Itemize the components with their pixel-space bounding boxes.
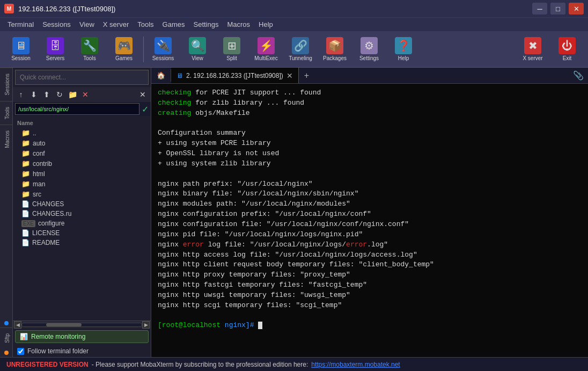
- toolbar-settings-button[interactable]: ⚙ Settings: [352, 34, 386, 65]
- toolbar-xserver-button[interactable]: ✖ X server: [516, 34, 549, 65]
- minimize-button[interactable]: ─: [532, 3, 547, 14]
- tree-item-configure-label: configure: [38, 220, 64, 227]
- vert-tab-macros[interactable]: Macros: [0, 125, 12, 154]
- toolbar-tools-label: Tools: [83, 55, 95, 61]
- horizontal-scrollbar[interactable]: ◀ ▶: [13, 321, 151, 328]
- toolbar-sessions2-button[interactable]: 🔌 Sessions: [146, 34, 180, 65]
- scroll-right-button[interactable]: ▶: [142, 321, 150, 329]
- remote-monitoring-button[interactable]: 📊 Remote monitoring: [15, 330, 149, 343]
- toolbar-multiexec-button[interactable]: ⚡ MultiExec: [249, 34, 283, 65]
- terminal-line: nginx modules path: "/usr/local/nginx/mo…: [158, 199, 582, 209]
- toolbar-packages-button[interactable]: 📦 Packages: [318, 34, 351, 65]
- terminal-line: nginx http fastcgi temporary files: "fas…: [158, 280, 582, 290]
- attach-button[interactable]: 📎: [569, 68, 588, 83]
- file-upload-button[interactable]: ⬆: [41, 89, 53, 100]
- terminal-content[interactable]: checking for PCRE JIT support ... found …: [151, 84, 588, 357]
- path-input[interactable]: [15, 103, 139, 115]
- toolbar-view-button[interactable]: 🔍 View: [181, 34, 214, 65]
- terminal-line: nginx http access log file: "/usr/local/…: [158, 250, 582, 260]
- vertical-tabs: Sessions Tools Macros Sftp: [0, 68, 13, 357]
- menu-tools[interactable]: Tools: [133, 19, 158, 30]
- tab-close-button[interactable]: ✕: [286, 71, 293, 80]
- tree-item-changes[interactable]: 📄 CHANGES: [13, 199, 151, 209]
- toolbar-xserver-label: X server: [523, 55, 542, 61]
- vert-tab-sessions[interactable]: Sessions: [0, 68, 12, 101]
- tree-item-auto[interactable]: 📁 auto: [13, 138, 151, 148]
- toolbar-session-button[interactable]: 🖥 Session: [4, 34, 38, 65]
- maximize-button[interactable]: □: [550, 3, 565, 14]
- tree-item-conf-label: conf: [33, 150, 45, 157]
- scroll-left-button[interactable]: ◀: [14, 321, 21, 329]
- servers-icon: 🗄: [47, 37, 64, 54]
- menu-sessions[interactable]: Sessions: [38, 19, 75, 30]
- menu-games[interactable]: Games: [158, 19, 189, 30]
- toolbar-servers-label: Servers: [46, 55, 64, 61]
- file-icon: 📄: [21, 200, 30, 208]
- add-tab-button[interactable]: +: [299, 69, 314, 83]
- menu-xserver[interactable]: X server: [99, 19, 133, 30]
- menu-macros[interactable]: Macros: [223, 19, 254, 30]
- packages-icon: 📦: [326, 37, 343, 54]
- terminal-cursor: [258, 322, 262, 329]
- toolbar-servers-button[interactable]: 🗄 Servers: [39, 34, 72, 65]
- file-go-up-button[interactable]: ↑: [15, 89, 27, 100]
- mobaxterm-link[interactable]: https://mobaxterm.mobatek.net: [311, 361, 400, 368]
- unregistered-label: UNREGISTERED VERSION: [6, 361, 89, 368]
- prompt-space: [254, 321, 258, 329]
- follow-folder-checkbox[interactable]: [17, 348, 24, 355]
- tree-item-man[interactable]: 📁 man: [13, 179, 151, 189]
- tree-item-html-label: html: [33, 170, 45, 178]
- tree-item-src[interactable]: 📁 src: [13, 189, 151, 199]
- menu-view[interactable]: View: [75, 19, 99, 30]
- file-tree: Name 📁 .. 📁 auto 📁 conf 📁 contrib 📁 html: [13, 116, 151, 321]
- toolbar-help-button[interactable]: ❓ Help: [387, 34, 420, 65]
- tree-item-dotdot[interactable]: 📁 ..: [13, 128, 151, 138]
- file-new-folder-button[interactable]: 📁: [67, 89, 78, 100]
- scroll-track[interactable]: [21, 323, 142, 327]
- menu-terminal[interactable]: Terminal: [3, 19, 38, 30]
- toolbar-settings-label: Settings: [359, 55, 379, 61]
- path-bar: ✓: [13, 102, 151, 116]
- title-bar-controls: ─ □ ✕: [532, 3, 584, 14]
- terminal-line: nginx configuration file: "/usr/local/ng…: [158, 220, 582, 230]
- tree-item-conf[interactable]: 📁 conf: [13, 148, 151, 158]
- sftp-indicator: [4, 321, 9, 325]
- toolbar-tools-button[interactable]: 🔧 Tools: [73, 34, 106, 65]
- view-icon: 🔍: [189, 37, 206, 54]
- menu-settings[interactable]: Settings: [189, 19, 223, 30]
- tree-item-license[interactable]: 📄 LICENSE: [13, 228, 151, 238]
- terminal-line: nginx binary file: "/usr/local/nginx/sbi…: [158, 189, 582, 199]
- terminal-line: + using system PCRE library: [158, 139, 582, 149]
- remote-monitoring-label: Remote monitoring: [31, 333, 85, 340]
- toolbar-tunneling-label: Tunneling: [289, 55, 312, 61]
- menu-help[interactable]: Help: [254, 19, 277, 30]
- follow-folder-label[interactable]: Follow terminal folder: [27, 347, 89, 355]
- toolbar-view-label: View: [192, 55, 203, 61]
- toolbar-split-button[interactable]: ⊞ Split: [215, 34, 248, 65]
- toolbar-exit-button[interactable]: ⏻ Exit: [550, 34, 584, 65]
- terminal-line: checking for zlib library ... found: [158, 98, 582, 108]
- tree-item-html[interactable]: 📁 html: [13, 169, 151, 179]
- file-refresh-button[interactable]: ↻: [54, 89, 65, 100]
- terminal-line: nginx http proxy temporary files: "proxy…: [158, 270, 582, 280]
- session-icon: 🖥: [12, 37, 30, 54]
- file-close-panel-button[interactable]: ✕: [137, 89, 149, 100]
- file-delete-button[interactable]: ✕: [79, 89, 91, 100]
- terminal-area: 🏠 🖥 2. 192.168.126.233 ([JTtest0908]) ✕ …: [151, 68, 588, 357]
- path-ok-icon[interactable]: ✓: [142, 104, 149, 114]
- vert-tab-sftp[interactable]: Sftp: [0, 328, 12, 348]
- home-tab[interactable]: 🏠: [151, 69, 171, 82]
- tree-item-configure[interactable]: EXE configure: [13, 219, 151, 228]
- quick-connect-input[interactable]: [20, 74, 144, 81]
- title-bar-text: 192.168.126.233 ([JTtest0908]): [18, 5, 532, 13]
- toolbar-tunneling-button[interactable]: 🔗 Tunneling: [284, 34, 317, 65]
- file-download-button[interactable]: ⬇: [28, 89, 40, 100]
- toolbar-multiexec-label: MultiExec: [254, 55, 277, 61]
- tree-item-changes-ru[interactable]: 📄 CHANGES.ru: [13, 209, 151, 219]
- terminal-tab[interactable]: 🖥 2. 192.168.126.233 ([JTtest0908]) ✕: [171, 68, 299, 83]
- tree-item-readme[interactable]: 📄 README: [13, 238, 151, 248]
- vert-tab-tools[interactable]: Tools: [0, 101, 12, 125]
- tree-item-contrib[interactable]: 📁 contrib: [13, 158, 151, 169]
- close-button[interactable]: ✕: [569, 3, 584, 14]
- toolbar-games-button[interactable]: 🎮 Games: [107, 34, 141, 65]
